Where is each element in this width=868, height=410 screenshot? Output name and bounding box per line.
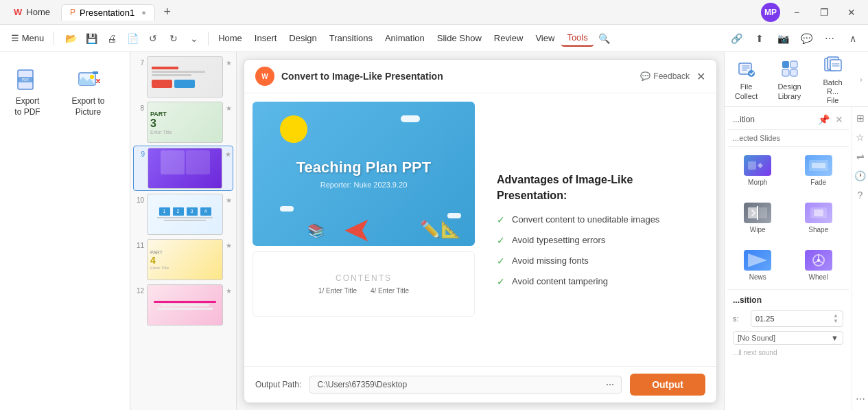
right-top-toolbar: File Collect DesignLibrary <box>725 52 868 107</box>
undo-icon[interactable]: ↺ <box>143 29 163 48</box>
svg-rect-10 <box>790 61 797 68</box>
batch-button[interactable]: Batch R...File <box>811 49 854 110</box>
sidebar-add-icon[interactable]: ⊞ <box>856 113 865 124</box>
position-label: ...sition <box>733 295 843 305</box>
big-arrow-icon: ➤ <box>343 214 372 249</box>
design-library-button[interactable]: DesignLibrary <box>768 54 811 104</box>
dropdown-icon[interactable]: ⌄ <box>185 29 204 48</box>
redo-icon[interactable]: ↻ <box>164 29 183 48</box>
contents-item-1: 1/ Enter Title <box>318 287 357 295</box>
right-panel-expand[interactable]: › <box>854 75 868 84</box>
menu-view[interactable]: View <box>530 30 560 46</box>
info-list: ✓ Convert content to uneditable images ✓… <box>497 214 703 287</box>
export-pdf-button[interactable]: PDF Exportto PDF <box>5 60 49 123</box>
trans-wheel[interactable]: Wheel <box>791 244 847 286</box>
trans-shape[interactable]: Shape <box>791 197 847 239</box>
menu-separator <box>54 32 54 45</box>
slide-item-11[interactable]: 11 PART 4 Enter Title ★ <box>133 238 233 282</box>
export-picture-button[interactable]: Export to Picture <box>52 60 124 123</box>
search-icon[interactable]: 🔍 <box>595 29 614 48</box>
slide-num-10: 10 <box>134 196 144 204</box>
slide-item-9[interactable]: 9 ★ <box>133 146 233 191</box>
sidebar-history-icon[interactable]: 🕐 <box>854 170 866 181</box>
hamburger-icon: ☰ <box>11 33 19 43</box>
menu-slideshow[interactable]: Slide Show <box>432 30 487 46</box>
pin-icon[interactable]: 📌 <box>818 114 830 125</box>
minimize-button[interactable]: − <box>786 3 808 22</box>
design-library-label: DesignLibrary <box>777 82 801 100</box>
position-section: ...sition s: 01.25 ▲ ▼ <box>727 289 849 362</box>
open-icon[interactable]: 📂 <box>61 29 80 48</box>
svg-rect-16 <box>748 161 756 170</box>
duration-down[interactable]: ▼ <box>833 319 838 324</box>
print-icon[interactable]: 🖨 <box>102 29 121 48</box>
export-picture-icon <box>75 66 102 93</box>
slide-star-10: ★ <box>226 196 232 204</box>
sidebar-star-icon[interactable]: ☆ <box>856 132 865 143</box>
close-button[interactable]: ✕ <box>841 3 863 22</box>
duration-label: s: <box>733 315 747 323</box>
sidebar-adjust-icon[interactable]: ⇌ <box>856 151 865 162</box>
menu-animation[interactable]: Animation <box>379 30 430 46</box>
shape-label: Shape <box>808 226 828 234</box>
home-tab[interactable]: W Home <box>5 4 58 20</box>
save-icon[interactable]: 💾 <box>82 29 101 48</box>
tools-row: PDF Exportto PDF Export to Pictu <box>5 60 124 123</box>
menu-home[interactable]: Home <box>213 30 248 46</box>
tab-close-icon[interactable]: ● <box>141 8 146 16</box>
trans-news[interactable]: News <box>730 244 786 286</box>
more-icon[interactable]: ⋯ <box>820 29 839 48</box>
check-icon-4: ✓ <box>497 276 505 287</box>
sidebar-more-icon[interactable]: ⋯ <box>856 394 865 405</box>
dialog-close-button[interactable]: ✕ <box>696 70 705 83</box>
wheel-label: Wheel <box>809 273 828 281</box>
output-button[interactable]: Output <box>630 374 705 396</box>
menu-review[interactable]: Review <box>489 30 529 46</box>
collapse-icon[interactable]: ∧ <box>843 29 863 48</box>
trans-fade[interactable]: Fade <box>791 150 847 192</box>
slide-item-12[interactable]: 12 ★ <box>133 283 233 327</box>
comment-icon[interactable]: 💬 <box>797 29 816 48</box>
feedback-button[interactable]: 💬 Feedback <box>640 71 690 81</box>
main-layout: PDF Exportto PDF Export to Pictu <box>0 52 868 410</box>
svg-rect-11 <box>782 69 789 76</box>
restore-button[interactable]: ❐ <box>813 3 835 22</box>
share-icon[interactable]: 🔗 <box>727 29 746 48</box>
slide-num-9: 9 <box>135 150 145 158</box>
slide-thumb-7 <box>147 56 223 98</box>
export-pdf-label: Exportto PDF <box>14 96 40 117</box>
news-icon <box>744 250 771 271</box>
slide-item-10[interactable]: 10 1 2 3 4 ★ <box>133 192 233 236</box>
sound-field: [No Sound] ▼ <box>733 331 843 345</box>
convert-dialog: W Convert to Image-Like Presentation 💬 F… <box>244 59 717 403</box>
close-panel-icon[interactable]: ✕ <box>835 114 843 125</box>
news-label: News <box>749 273 766 281</box>
menu-transitions[interactable]: Transitions <box>324 30 378 46</box>
design-library-icon <box>779 58 801 80</box>
menu-tools[interactable]: Tools <box>561 30 593 47</box>
output-path-input[interactable]: C:\Users\67359\Desktop ⋯ <box>309 376 622 394</box>
menu-insert[interactable]: Insert <box>249 30 283 46</box>
right-panel-body: ...ition 📌 ✕ ...ected Slides <box>725 107 868 410</box>
slide-item-8[interactable]: 8 PART 3 Enter Title ★ <box>133 100 233 144</box>
slide-item-7[interactable]: 7 ★ <box>133 55 233 99</box>
new-tab-button[interactable]: + <box>158 3 177 22</box>
presentation-tab[interactable]: P Presentation1 ● <box>61 4 155 21</box>
export-icon[interactable]: ⬆ <box>750 29 769 48</box>
slide-star-7: ★ <box>226 59 232 67</box>
fade-label: Fade <box>810 179 826 186</box>
menu-design[interactable]: Design <box>283 30 322 46</box>
file-collect-button[interactable]: File Collect <box>725 54 768 104</box>
slide-star-9: ★ <box>225 150 231 158</box>
duration-input[interactable]: 01.25 ▲ ▼ <box>751 310 843 327</box>
sidebar-help-icon[interactable]: ? <box>858 190 863 201</box>
sound-select[interactable]: [No Sound] ▼ <box>733 331 843 345</box>
morph-label: Morph <box>748 179 767 186</box>
left-toolbar: PDF Exportto PDF Export to Pictu <box>0 52 130 410</box>
trans-morph[interactable]: Morph <box>730 150 786 192</box>
screenshot-icon[interactable]: 📷 <box>773 29 793 48</box>
slide-thumb-12 <box>147 284 223 326</box>
trans-wipe[interactable]: Wipe <box>730 197 786 239</box>
pdf-icon[interactable]: 📄 <box>123 29 142 48</box>
hamburger-menu[interactable]: ☰ Menu <box>5 30 49 46</box>
